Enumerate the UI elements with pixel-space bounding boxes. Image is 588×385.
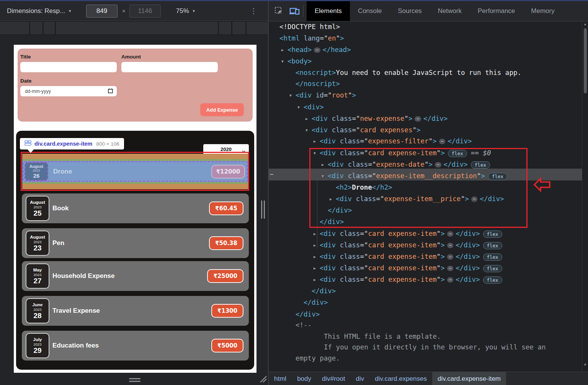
add-expense-button[interactable]: Add Expense	[200, 103, 244, 116]
tooltip-selector: div.card.expense-item	[34, 141, 92, 147]
dom-node[interactable]: <!DOCTYPE html>	[279, 21, 340, 32]
tab-sources[interactable]: Sources	[390, 1, 430, 21]
breadcrumb-div-card-expense-item[interactable]: div.card.expense-item	[432, 372, 506, 385]
tab-network[interactable]: Network	[430, 1, 470, 21]
dom-node[interactable]: ▶<div class="new-expense">⋯</div>	[305, 113, 448, 124]
dom-token: <div	[320, 230, 336, 237]
dom-node[interactable]: ▶<div class="card expense-item">⋯</div>f…	[314, 262, 502, 274]
inspect-element-icon[interactable]	[274, 1, 284, 21]
inline-expand-icon[interactable]: ⋯	[415, 116, 421, 122]
breadcrumb-body[interactable]: body	[292, 372, 317, 385]
dom-node[interactable]: This HTML file is a template.	[324, 331, 441, 342]
dom-token: lang	[300, 34, 320, 42]
dom-node[interactable]: ▶<div class="expenses-filter">⋯</div>	[314, 135, 472, 147]
devtools-scrollbar[interactable]: ▲ ▼	[582, 21, 588, 371]
flex-badge[interactable]: flex	[483, 265, 502, 272]
tab-elements[interactable]: Elements	[307, 1, 350, 21]
inline-expand-icon[interactable]: ⋯	[447, 266, 454, 271]
inline-expand-icon[interactable]: ⋯	[314, 47, 320, 53]
dom-node[interactable]: ▶<div class="card expense-item">⋯</div>f…	[314, 251, 502, 262]
dom-token: <div	[320, 253, 336, 260]
inline-expand-icon[interactable]: ⋯	[447, 254, 454, 260]
dom-token: "	[412, 126, 416, 134]
scroll-down-icon[interactable]: ▼	[583, 363, 587, 367]
viewport-bottom-drag-handle[interactable]	[129, 381, 140, 382]
flex-badge[interactable]: flex	[483, 242, 502, 249]
dom-node[interactable]: </div>	[296, 309, 320, 320]
date-placeholder: dd-mm-yyyy	[25, 89, 51, 94]
amount-input[interactable]	[121, 62, 218, 72]
dom-token: empty page.	[296, 354, 340, 362]
dom-token: </head>	[323, 46, 351, 54]
expand-arrow-closed-icon[interactable]: ▶	[314, 274, 320, 286]
expense-item-row: June202328Travel Expense₹1300	[22, 296, 249, 326]
dom-node[interactable]: ▼<div id="root">	[289, 89, 356, 101]
viewport-height-input[interactable]: 1146	[129, 5, 161, 18]
zoom-dropdown[interactable]: 75%	[176, 7, 189, 15]
toggle-device-toolbar-icon[interactable]	[289, 1, 300, 21]
dom-node[interactable]: <html lang="en">	[279, 32, 344, 44]
expand-arrow-closed-icon[interactable]: ▶	[281, 44, 287, 56]
expand-arrow-closed-icon[interactable]: ▶	[314, 240, 320, 251]
title-input[interactable]	[20, 62, 117, 72]
inline-expand-icon[interactable]: ⋯	[439, 139, 446, 144]
expand-arrow-closed-icon[interactable]: ▶	[314, 263, 320, 274]
dimensions-caret-icon[interactable]: ▼	[68, 9, 72, 13]
expand-arrow-closed-icon[interactable]: ▶	[314, 228, 320, 240]
viewport-corner-resize-handle[interactable]	[259, 375, 267, 385]
dom-token: </div>	[456, 253, 480, 260]
scrollbar-thumb[interactable]	[584, 28, 587, 93]
scroll-up-icon[interactable]: ▲	[583, 22, 587, 26]
breadcrumb-html[interactable]: html	[269, 372, 292, 385]
dom-token: class	[336, 264, 360, 272]
expand-arrow-open-icon[interactable]: ▼	[281, 56, 287, 67]
expand-arrow-closed-icon[interactable]: ▶	[314, 136, 320, 147]
inline-expand-icon[interactable]: ⋯	[447, 277, 454, 283]
dom-node[interactable]: <noscript>You need to enable JavaScript …	[296, 67, 521, 78]
viewport-right-drag-handle[interactable]	[264, 200, 265, 219]
dom-token: class	[336, 253, 360, 260]
tab-memory[interactable]: Memory	[523, 1, 562, 21]
dom-node[interactable]: ▶<div class="card expense-item">⋯</div>f…	[314, 228, 502, 239]
device-toolbar-more-icon[interactable]: ⋮	[250, 6, 257, 15]
dom-node[interactable]: ▼<div class="card expenses">	[305, 124, 421, 136]
dom-node[interactable]: ▶<div class="card expense-item">⋯</div>f…	[314, 239, 502, 251]
breadcrumb-div-card-expenses[interactable]: div.card.expenses	[369, 372, 432, 385]
inline-expand-icon[interactable]: ⋯	[447, 231, 454, 237]
dom-node[interactable]: ▼<body>	[281, 55, 312, 67]
dimensions-dropdown[interactable]: Dimensions: Resp...	[7, 7, 65, 15]
dom-node[interactable]: If you open it directly in the browser, …	[324, 341, 546, 353]
expand-arrow-closed-icon[interactable]: ▶	[305, 113, 312, 125]
dom-node[interactable]: ▼<div>	[297, 101, 324, 113]
dom-node[interactable]: <!--	[296, 319, 312, 331]
dom-node[interactable]: </noscript>	[296, 78, 340, 89]
tab-performance[interactable]: Performance	[470, 1, 523, 21]
date-input[interactable]: dd-mm-yyyy	[20, 86, 117, 96]
breadcrumb-div-root[interactable]: div#root	[317, 372, 350, 385]
dom-node[interactable]: ▶<div class="card expense-item">⋯</div>f…	[314, 274, 502, 285]
tab-console[interactable]: Console	[350, 1, 390, 21]
viewport-bottom-drag-handle[interactable]	[129, 378, 140, 379]
expand-arrow-open-icon[interactable]: ▼	[305, 125, 312, 136]
flex-badge[interactable]: flex	[483, 276, 502, 284]
node-more-actions-icon[interactable]: ⋯	[270, 169, 273, 180]
dom-node[interactable]: ▶<head>⋯</head>	[281, 44, 351, 55]
viewport-right-drag-handle[interactable]	[261, 200, 262, 219]
calendar-icon[interactable]	[108, 88, 113, 94]
dom-token: >	[441, 253, 445, 260]
inline-expand-icon[interactable]: ⋯	[447, 243, 454, 248]
dom-node[interactable]: empty page.	[296, 353, 340, 364]
dom-token: ="	[352, 126, 360, 134]
dom-node[interactable]: </div>	[304, 297, 328, 308]
zoom-caret-icon[interactable]: ▼	[192, 9, 196, 13]
expand-arrow-open-icon[interactable]: ▼	[297, 102, 304, 113]
expand-arrow-closed-icon[interactable]: ▶	[314, 251, 320, 263]
expand-arrow-open-icon[interactable]: ▼	[289, 90, 296, 101]
viewport-width-input[interactable]: 849	[86, 5, 118, 18]
breadcrumb-div[interactable]: div	[350, 372, 369, 385]
dom-token: >	[441, 230, 445, 237]
flex-badge[interactable]: flex	[483, 231, 502, 238]
flex-badge[interactable]: flex	[483, 253, 502, 261]
dom-node[interactable]: </div>	[312, 285, 336, 297]
dom-token: <div	[320, 264, 336, 272]
